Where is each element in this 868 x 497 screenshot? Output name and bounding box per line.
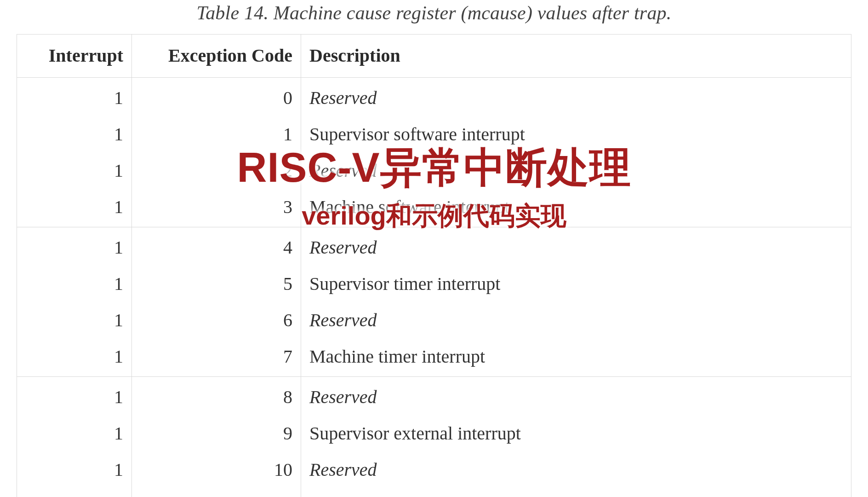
cell-interrupt: 1 xyxy=(17,488,132,497)
cell-code: 9 xyxy=(132,415,301,451)
table-row: 12Reserved xyxy=(17,152,851,189)
cell-interrupt: 1 xyxy=(17,227,132,266)
cell-code: 11 xyxy=(132,488,301,497)
table-row: 17Machine timer interrupt xyxy=(17,338,851,377)
cell-interrupt: 1 xyxy=(17,78,132,116)
table-row: 13Machine software interrupt xyxy=(17,189,851,227)
cell-code: 10 xyxy=(132,451,301,488)
table-caption: Table 14. Machine cause register (mcause… xyxy=(17,2,851,24)
cell-interrupt: 1 xyxy=(17,152,132,189)
cell-interrupt: 1 xyxy=(17,377,132,416)
cell-interrupt: 1 xyxy=(17,451,132,488)
cell-code: 4 xyxy=(132,227,301,266)
mcause-table: Interrupt Exception Code Description 10R… xyxy=(17,34,851,497)
cell-code: 2 xyxy=(132,152,301,189)
table-row: 18Reserved xyxy=(17,377,851,416)
cell-code: 3 xyxy=(132,189,301,227)
table-body: 10Reserved11Supervisor software interrup… xyxy=(17,78,851,497)
cell-desc: Reserved xyxy=(301,152,851,189)
cell-desc: Supervisor timer interrupt xyxy=(301,266,851,302)
cell-desc: Reserved xyxy=(301,451,851,488)
cell-code: 5 xyxy=(132,266,301,302)
cell-interrupt: 1 xyxy=(17,338,132,377)
cell-interrupt: 1 xyxy=(17,302,132,338)
cell-desc: Reserved xyxy=(301,78,851,116)
cell-interrupt: 1 xyxy=(17,189,132,227)
page-container: Table 14. Machine cause register (mcause… xyxy=(0,2,868,497)
cell-code: 1 xyxy=(132,116,301,152)
table-row: 11Supervisor software interrupt xyxy=(17,116,851,152)
cell-desc: Machine timer interrupt xyxy=(301,338,851,377)
cell-desc: Supervisor external interrupt xyxy=(301,415,851,451)
cell-desc: Machine software interrupt xyxy=(301,189,851,227)
cell-interrupt: 1 xyxy=(17,415,132,451)
cell-desc: Supervisor software interrupt xyxy=(301,116,851,152)
table-row: 19Supervisor external interrupt xyxy=(17,415,851,451)
table-row: 16Reserved xyxy=(17,302,851,338)
table-row: 14Reserved xyxy=(17,227,851,266)
cell-desc: Machine external interrupt xyxy=(301,488,851,497)
col-header-desc: Description xyxy=(301,35,851,78)
cell-interrupt: 1 xyxy=(17,266,132,302)
table-row: 10Reserved xyxy=(17,78,851,116)
cell-interrupt: 1 xyxy=(17,116,132,152)
cell-desc: Reserved xyxy=(301,227,851,266)
cell-desc: Reserved xyxy=(301,377,851,416)
cell-code: 0 xyxy=(132,78,301,116)
table-row: 15Supervisor timer interrupt xyxy=(17,266,851,302)
table-row: 110Reserved xyxy=(17,451,851,488)
cell-code: 7 xyxy=(132,338,301,377)
cell-code: 6 xyxy=(132,302,301,338)
cell-code: 8 xyxy=(132,377,301,416)
table-row: 111Machine external interrupt xyxy=(17,488,851,497)
cell-desc: Reserved xyxy=(301,302,851,338)
col-header-code: Exception Code xyxy=(132,35,301,78)
col-header-interrupt: Interrupt xyxy=(17,35,132,78)
table-header-row: Interrupt Exception Code Description xyxy=(17,35,851,78)
